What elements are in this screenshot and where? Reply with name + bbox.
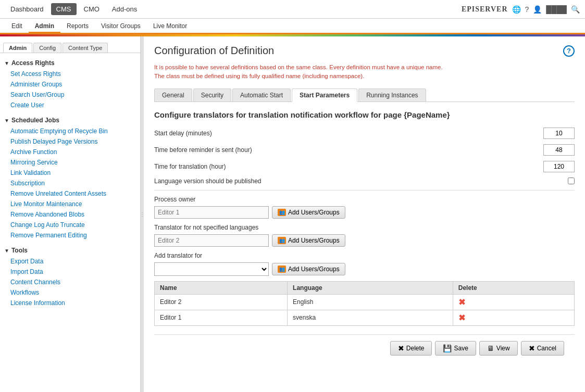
form-row-time-translation: Time for translation (hour) (154, 161, 575, 172)
content-tabs: General Security Automatic Start Start P… (154, 88, 575, 102)
delete-btn-label: Delete (406, 345, 425, 352)
save-btn-label: Save (454, 345, 468, 352)
nav-cms[interactable]: CMS (51, 3, 77, 15)
table-row: Editor 2 English ✖ (155, 294, 575, 310)
nav-addons[interactable]: Add-ons (107, 3, 142, 15)
main-layout: Admin Config Content Type ▼ Access Right… (0, 36, 585, 392)
tab-security[interactable]: Security (193, 88, 231, 102)
table-header-language: Language (288, 281, 453, 294)
sidebar-item-create-user[interactable]: Create User (0, 100, 140, 110)
add-translator-label: Add translator for (154, 252, 575, 259)
sidebar-item-live-monitor-maintenance[interactable]: Live Monitor Maintenance (0, 199, 140, 209)
top-nav-left: Dashboard CMS CMO Add-ons (5, 3, 142, 15)
subnav-reports[interactable]: Reports (60, 20, 95, 32)
nav-cmo[interactable]: CMO (79, 3, 105, 15)
globe-icon[interactable]: 🌐 (512, 5, 521, 14)
top-navigation: Dashboard CMS CMO Add-ons EPISERVER 🌐 ? … (0, 0, 585, 19)
sidebar-item-subscription[interactable]: Subscription (0, 178, 140, 188)
translator-not-specified-input[interactable] (154, 234, 269, 247)
translator-not-specified-row: 👥 Add Users/Groups (154, 234, 575, 247)
process-owner-add-btn-label: Add Users/Groups (288, 209, 340, 216)
nav-dashboard[interactable]: Dashboard (5, 3, 49, 15)
delete-row-2-button[interactable]: ✖ (458, 313, 465, 322)
start-delay-label: Start delay (minutes) (154, 130, 543, 137)
sidebar-tab-config[interactable]: Config (33, 43, 61, 53)
sidebar-section-header-tools[interactable]: ▼ Tools (0, 245, 140, 256)
episerver-logo: EPISERVER (462, 5, 508, 14)
sidebar-item-archive-function[interactable]: Archive Function (0, 147, 140, 157)
page-header: Configuration of Definition ? (154, 45, 575, 57)
add-translator-add-users-button[interactable]: 👥 Add Users/Groups (272, 263, 345, 275)
language-select[interactable]: English svenska (154, 262, 269, 276)
tab-start-parameters[interactable]: Start Parameters (292, 88, 357, 102)
table-cell-language-2: svenska (288, 310, 453, 325)
divider1 (154, 190, 575, 191)
sidebar-item-auto-empty-recycle[interactable]: Automatic Emptying of Recycle Bin (0, 126, 140, 136)
section-title: Configure translators for translation no… (154, 110, 575, 119)
sidebar-item-content-channels[interactable]: Content Channels (0, 277, 140, 287)
process-owner-row: 👥 Add Users/Groups (154, 206, 575, 219)
form-row-publish: Language version should be published (154, 178, 575, 185)
info-line2: The class must be defined using its full… (154, 72, 575, 81)
save-button[interactable]: 💾 Save (435, 341, 476, 356)
tab-general[interactable]: General (154, 88, 192, 102)
tools-label: Tools (11, 247, 28, 254)
sidebar-section-header-access-rights[interactable]: ▼ Access Rights (0, 57, 140, 69)
table-cell-name-2: Editor 1 (155, 310, 288, 325)
sidebar-section-scheduled-jobs: ▼ Scheduled Jobs Automatic Emptying of R… (0, 115, 140, 241)
sidebar-section-access-rights: ▼ Access Rights Set Access Rights Admini… (0, 57, 140, 110)
view-button[interactable]: 🖥 View (479, 341, 518, 356)
sidebar-item-search-user-group[interactable]: Search User/Group (0, 90, 140, 100)
arrow-icon-access-rights: ▼ (4, 60, 9, 66)
cancel-btn-label: Cancel (537, 345, 556, 352)
info-line1: It is possible to have several definitio… (154, 63, 575, 72)
sidebar-item-link-validation[interactable]: Link Validation (0, 168, 140, 178)
translator-not-specified-add-btn-label: Add Users/Groups (288, 237, 340, 244)
sidebar-tab-content-type[interactable]: Content Type (63, 43, 108, 53)
translator-not-specified-label: Translator for not specified languages (154, 224, 575, 231)
sidebar-item-mirroring-service[interactable]: Mirroring Service (0, 157, 140, 168)
table-cell-name-1: Editor 2 (155, 294, 288, 310)
sub-navigation: Edit Admin Reports Visitor Groups Live M… (0, 19, 585, 34)
tab-running-instances[interactable]: Running Instances (358, 88, 426, 102)
delete-row-1-button[interactable]: ✖ (458, 298, 465, 307)
sidebar-item-change-log-truncate[interactable]: Change Log Auto Truncate (0, 220, 140, 230)
start-delay-input[interactable] (543, 128, 575, 139)
sidebar-section-header-scheduled-jobs[interactable]: ▼ Scheduled Jobs (0, 115, 140, 126)
sidebar-item-export-data[interactable]: Export Data (0, 256, 140, 267)
add-users-icon3: 👥 (278, 265, 286, 273)
time-reminder-input[interactable] (543, 144, 575, 156)
sidebar-tab-admin[interactable]: Admin (3, 43, 32, 53)
sidebar-item-administer-groups[interactable]: Administer Groups (0, 79, 140, 90)
subnav-edit[interactable]: Edit (5, 20, 29, 32)
sidebar-item-remove-abandoned-blobs[interactable]: Remove Abandoned Blobs (0, 209, 140, 220)
user-icon[interactable]: 👤 (533, 5, 542, 14)
translator-not-specified-add-users-button[interactable]: 👥 Add Users/Groups (272, 234, 345, 247)
process-owner-add-users-button[interactable]: 👥 Add Users/Groups (272, 206, 345, 219)
top-nav-right: EPISERVER 🌐 ? 👤 ████ 🔍 (462, 5, 580, 14)
add-users-icon2: 👥 (278, 237, 286, 244)
sidebar-item-publish-delayed[interactable]: Publish Delayed Page Versions (0, 136, 140, 147)
delete-button[interactable]: ✖ Delete (390, 341, 432, 356)
time-reminder-label: Time before reminder is sent (hour) (154, 146, 543, 154)
subnav-visitor-groups[interactable]: Visitor Groups (95, 20, 147, 32)
cancel-button[interactable]: ✖ Cancel (521, 341, 564, 356)
sidebar-item-workflows[interactable]: Workflows (0, 287, 140, 298)
sidebar: Admin Config Content Type ▼ Access Right… (0, 36, 141, 392)
publish-checkbox[interactable] (568, 178, 575, 184)
sidebar-item-remove-permanent-editing[interactable]: Remove Permanent Editing (0, 230, 140, 241)
tab-automatic-start[interactable]: Automatic Start (232, 88, 291, 102)
help-icon[interactable]: ? (525, 5, 529, 14)
scheduled-jobs-label: Scheduled Jobs (11, 117, 59, 124)
subnav-live-monitor[interactable]: Live Monitor (147, 20, 193, 32)
sidebar-item-remove-unrelated[interactable]: Remove Unrelated Content Assets (0, 188, 140, 199)
subnav-admin[interactable]: Admin (29, 20, 60, 33)
help-button[interactable]: ? (563, 45, 575, 57)
sidebar-item-set-access-rights[interactable]: Set Access Rights (0, 69, 140, 79)
process-owner-input[interactable] (154, 206, 269, 219)
time-translation-input[interactable] (543, 161, 575, 172)
sidebar-item-license-information[interactable]: License Information (0, 298, 140, 308)
publish-label: Language version should be published (154, 178, 567, 185)
sidebar-item-import-data[interactable]: Import Data (0, 267, 140, 277)
search-icon[interactable]: 🔍 (571, 5, 580, 14)
